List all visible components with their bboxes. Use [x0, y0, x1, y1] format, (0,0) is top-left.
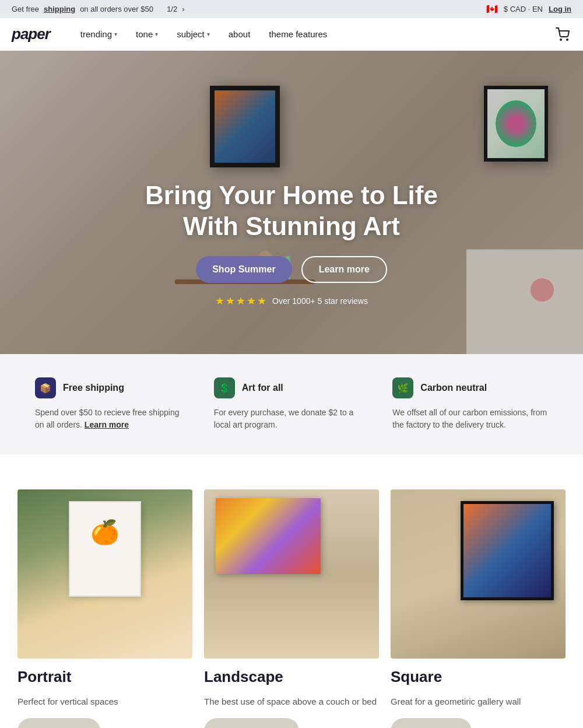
feature-shipping-desc: Spend over $50 to recieve free shipping …	[35, 407, 191, 431]
hero-title: Bring Your Home to Life With Stunning Ar…	[117, 180, 466, 242]
feature-carbon-header: 🌿 Carbon neutral	[392, 377, 548, 398]
learn-more-button[interactable]: Learn more	[301, 256, 387, 283]
hero-reviews: ★★★★★ Over 1000+ 5 star reviews	[117, 295, 466, 307]
star-rating: ★★★★★	[215, 295, 268, 307]
hero-buttons: Shop Summer Learn more	[117, 256, 466, 283]
chevron-down-icon: ▾	[114, 31, 117, 37]
shipping-icon: 📦	[35, 377, 56, 398]
hero-content: Bring Your Home to Life With Stunning Ar…	[117, 180, 466, 307]
hero-section: Bring Your Home to Life With Stunning Ar…	[0, 51, 583, 354]
square-title: Square	[391, 668, 566, 686]
feature-shipping-title: Free shipping	[63, 383, 124, 393]
chevron-down-icon: ▾	[155, 31, 158, 37]
landscape-image	[204, 489, 379, 659]
page-indicator: 1/2	[167, 5, 177, 13]
portrait-image	[17, 489, 192, 659]
shop-portrait-button[interactable]: Shop portrait	[17, 718, 100, 729]
features-section: 📦 Free shipping Spend over $50 to reciev…	[0, 354, 583, 454]
art-icon: 💲	[214, 377, 235, 398]
main-nav: trending ▾ tone ▾ subject ▾ about theme …	[73, 26, 554, 43]
shop-landscape-button[interactable]: Shop landscape	[204, 718, 299, 729]
review-count: Over 1000+ 5 star reviews	[272, 296, 368, 306]
header-right	[554, 26, 571, 43]
chevron-down-icon: ▾	[207, 31, 210, 37]
feature-art-title: Art for all	[242, 383, 283, 393]
feature-carbon-title: Carbon neutral	[420, 383, 487, 393]
category-section: Portrait Perfect for vertical spaces Sho…	[0, 454, 583, 728]
nav-tone[interactable]: tone ▾	[129, 26, 165, 43]
feature-learn-more-link[interactable]: Learn more	[85, 420, 129, 429]
login-link[interactable]: Log in	[549, 5, 571, 13]
nav-theme-features[interactable]: theme features	[262, 26, 334, 43]
feature-shipping-header: 📦 Free shipping	[35, 377, 191, 398]
nav-about[interactable]: about	[222, 26, 258, 43]
nav-subject[interactable]: subject ▾	[170, 26, 217, 43]
feature-art: 💲 Art for all For every purchase, we don…	[214, 377, 370, 431]
svg-point-1	[567, 39, 568, 40]
landscape-desc: The best use of space above a couch or b…	[204, 695, 379, 709]
portrait-title: Portrait	[17, 668, 192, 686]
category-landscape-card: Landscape The best use of space above a …	[204, 489, 379, 728]
announcement-text: Get free shipping on all orders over $50…	[12, 5, 185, 13]
next-icon[interactable]: ›	[182, 5, 184, 13]
header: paper trending ▾ tone ▾ subject ▾ about …	[0, 18, 583, 51]
shipping-link[interactable]: shipping	[44, 5, 75, 13]
category-grid: Portrait Perfect for vertical spaces Sho…	[17, 489, 566, 728]
feature-art-desc: For every purchase, we donate $2 to a lo…	[214, 407, 370, 431]
feature-carbon: 🌿 Carbon neutral We offset all of our ca…	[392, 377, 548, 431]
feature-shipping: 📦 Free shipping Spend over $50 to reciev…	[35, 377, 191, 431]
landscape-title: Landscape	[204, 668, 379, 686]
feature-art-header: 💲 Art for all	[214, 377, 370, 398]
carbon-icon: 🌿	[392, 377, 413, 398]
announcement-static-2: on all orders over $50	[80, 5, 153, 13]
square-image	[391, 489, 566, 659]
flag-icon: 🇨🇦	[486, 4, 498, 15]
feature-carbon-desc: We offset all of our carbon emissions, f…	[392, 407, 548, 431]
currency-selector[interactable]: $ CAD · EN	[504, 5, 543, 13]
nav-trending[interactable]: trending ▾	[73, 26, 124, 43]
category-portrait-card: Portrait Perfect for vertical spaces Sho…	[17, 489, 192, 728]
svg-point-0	[560, 39, 561, 40]
shop-square-button[interactable]: Shop square	[391, 718, 472, 729]
announcement-right: 🇨🇦 $ CAD · EN Log in	[486, 4, 571, 15]
cart-icon[interactable]	[554, 26, 571, 43]
square-desc: Great for a geometiric gallery wall	[391, 695, 566, 709]
logo[interactable]: paper	[12, 25, 50, 43]
shop-summer-button[interactable]: Shop Summer	[196, 256, 292, 283]
category-square-card: Square Great for a geometiric gallery wa…	[391, 489, 566, 728]
portrait-desc: Perfect for vertical spaces	[17, 695, 192, 709]
announcement-bar: Get free shipping on all orders over $50…	[0, 0, 583, 18]
announcement-static: Get free	[12, 5, 39, 13]
